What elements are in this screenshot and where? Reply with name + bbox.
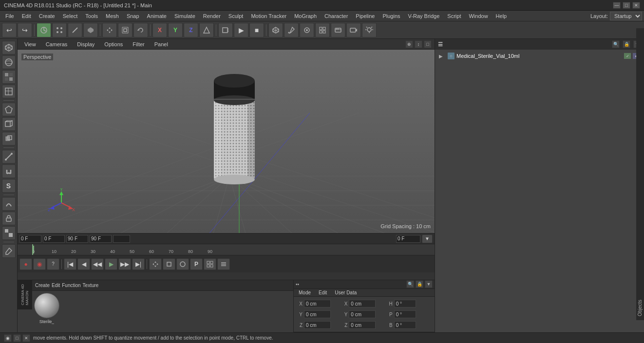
attr-tab-userdata[interactable]: User Data xyxy=(332,289,360,296)
coord-rx-input[interactable] xyxy=(349,300,376,307)
grid-button[interactable] xyxy=(315,23,330,37)
ls-cube-button[interactable] xyxy=(2,41,16,54)
menu-select[interactable]: Select xyxy=(59,12,81,20)
anim-record-button[interactable] xyxy=(218,23,233,37)
ls-paint-button[interactable] xyxy=(2,244,16,258)
ls-magnet-button[interactable] xyxy=(2,164,16,178)
snapping-button[interactable] xyxy=(300,23,314,37)
menu-vray[interactable]: V-Ray Bridge xyxy=(405,12,443,20)
pb-grid-btn[interactable] xyxy=(204,258,216,270)
object-item-vial[interactable]: ▶ ○ Medical_Sterile_Vial_10ml ✓ ● xyxy=(437,52,642,60)
ls-lock-button[interactable] xyxy=(2,212,16,225)
mode-model-button[interactable] xyxy=(37,23,51,37)
menu-character[interactable]: Character xyxy=(321,12,351,20)
vp-ctrl-maximize[interactable]: □ xyxy=(424,40,432,48)
menu-tools[interactable]: Tools xyxy=(82,12,101,20)
pb-play-button[interactable]: ▶ xyxy=(105,258,117,270)
mat-function-btn[interactable]: Function xyxy=(62,283,80,288)
timeline-end-frame2[interactable] xyxy=(90,235,112,243)
rotate-tool-button[interactable] xyxy=(133,23,148,37)
menu-render[interactable]: Render xyxy=(200,12,224,20)
timeline-output-frame[interactable] xyxy=(396,235,420,243)
menu-plugins[interactable]: Plugins xyxy=(379,12,403,20)
menu-mesh[interactable]: Mesh xyxy=(102,12,122,20)
pb-help-button[interactable]: ? xyxy=(47,258,59,270)
coord-y-input[interactable] xyxy=(304,310,331,318)
ls-checkerboard-button[interactable] xyxy=(2,70,16,84)
mat-texture-btn[interactable]: Texture xyxy=(83,283,99,288)
tl-more-btn[interactable]: ▼ xyxy=(422,235,433,243)
vp-tab-view[interactable]: View xyxy=(20,40,40,48)
attr-tab-edit[interactable]: Edit xyxy=(316,289,330,296)
pb-goto-start-button[interactable]: |◀ xyxy=(64,258,76,270)
vp-ctrl-lock[interactable]: ↕ xyxy=(415,40,422,48)
menu-help[interactable]: Help xyxy=(492,12,511,20)
status-icon-2[interactable]: □ xyxy=(13,334,21,342)
menu-animate[interactable]: Animate xyxy=(144,12,170,20)
coord-lock-icon[interactable]: 🔒 xyxy=(416,280,423,288)
pb-p-btn[interactable]: P xyxy=(190,258,203,270)
coord-search-icon[interactable]: 🔍 xyxy=(406,280,414,288)
vp-tab-filter[interactable]: Filter xyxy=(129,40,148,48)
pb-list-btn[interactable] xyxy=(217,258,230,270)
menu-window[interactable]: Window xyxy=(465,12,491,20)
timeline-current-frame[interactable] xyxy=(19,235,41,243)
anim-stop-button[interactable]: ■ xyxy=(249,23,264,37)
menu-mograph[interactable]: MoGraph xyxy=(291,12,320,20)
menu-snap[interactable]: Snap xyxy=(123,12,143,20)
menu-file[interactable]: File xyxy=(2,12,18,20)
pb-auto-key-button[interactable]: ◉ xyxy=(33,258,46,270)
status-icon-1[interactable]: ◉ xyxy=(4,334,12,342)
view-persp-button[interactable] xyxy=(268,23,283,37)
redo-button[interactable]: ↪ xyxy=(18,23,32,37)
mat-create-btn[interactable]: Create xyxy=(35,283,50,288)
ls-sphere-button[interactable] xyxy=(2,55,16,69)
coord-z-input[interactable] xyxy=(304,321,331,329)
vp-tab-panel[interactable]: Panel xyxy=(151,40,172,48)
coord-more-icon[interactable]: ▼ xyxy=(425,280,433,288)
menu-edit[interactable]: Edit xyxy=(19,12,35,20)
pb-next-frame-button[interactable]: ▶▶ xyxy=(118,258,131,270)
paint-brush-button[interactable] xyxy=(284,23,299,37)
pb-goto-end-button[interactable]: ▶| xyxy=(132,258,145,270)
vp-tab-options[interactable]: Options xyxy=(100,40,127,48)
undo-button[interactable]: ↩ xyxy=(2,23,17,37)
timeline-end-frame[interactable] xyxy=(66,235,88,243)
coord-b-input[interactable] xyxy=(394,321,416,329)
ls-line-button[interactable] xyxy=(2,150,16,163)
objects-panel-search-btn[interactable]: 🔍 xyxy=(612,40,620,48)
close-button[interactable]: ✕ xyxy=(632,2,640,9)
menu-sculpt[interactable]: Sculpt xyxy=(225,12,247,20)
pb-play-back-button[interactable]: ◀◀ xyxy=(91,258,104,270)
axis-x-button[interactable]: X xyxy=(152,23,167,37)
layout-dropdown[interactable]: Startup xyxy=(610,12,642,20)
anim-play-button[interactable]: ▶ xyxy=(234,23,248,37)
minimize-button[interactable]: — xyxy=(613,2,621,9)
camera-button[interactable] xyxy=(346,23,361,37)
axis-y-button[interactable]: Y xyxy=(168,23,183,37)
menu-pipeline[interactable]: Pipeline xyxy=(352,12,378,20)
ls-checkerboard2-button[interactable] xyxy=(2,226,16,240)
timeline-ruler[interactable]: 0 10 20 30 40 50 60 70 80 90 xyxy=(18,244,435,255)
pb-record-button[interactable]: ● xyxy=(19,258,32,270)
pb-rotate-btn[interactable] xyxy=(176,258,189,270)
obj-vis-btn[interactable]: ✓ xyxy=(624,53,631,59)
light-button[interactable] xyxy=(362,23,377,37)
ls-polygon-button[interactable] xyxy=(2,103,16,116)
timeline-extra[interactable] xyxy=(113,235,130,243)
mat-edit-btn[interactable]: Edit xyxy=(52,283,60,288)
axis-z-button[interactable]: Z xyxy=(184,23,198,37)
mode-polygon-button[interactable] xyxy=(83,23,98,37)
coord-h-input[interactable] xyxy=(394,300,416,307)
status-icon-3[interactable]: ✕ xyxy=(22,334,30,342)
vp-tab-display[interactable]: Display xyxy=(73,40,98,48)
pb-scale-btn[interactable] xyxy=(163,258,175,270)
ls-grid-flat-button[interactable] xyxy=(2,85,16,98)
rs-tab-objects[interactable]: Objects xyxy=(636,28,644,320)
move-tool-button[interactable] xyxy=(102,23,117,37)
coord-p-input[interactable] xyxy=(394,310,416,318)
coord-x-input[interactable] xyxy=(304,300,331,307)
ls-s-button[interactable]: S xyxy=(2,179,16,193)
attr-tab-mode[interactable]: Mode xyxy=(296,289,314,296)
coord-rz-input[interactable] xyxy=(349,321,376,329)
